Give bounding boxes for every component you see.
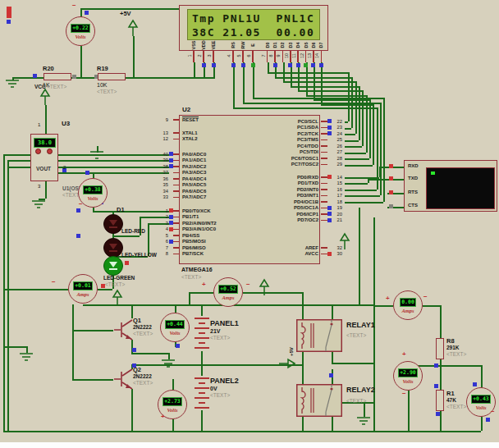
schematic-canvas: +5V VCC <TEXT> +5V +0.22 Volts − R20 1K …	[0, 0, 499, 448]
lcd-line1: Tmp PNL1U PNL1C	[192, 12, 314, 25]
mcu-note: <TEXT>	[181, 274, 201, 280]
terminal-cursor	[431, 171, 435, 175]
meter-unit: Volts	[475, 405, 486, 410]
lcd-pin: D714	[318, 36, 325, 69]
mcu-pin: PC3/TMS25	[182, 137, 343, 144]
sensor-increase-button[interactable]	[47, 149, 53, 154]
lcd-pin: VEE3	[208, 36, 218, 69]
relay1[interactable]	[296, 319, 342, 352]
mcu-pin: PC1/SDA23	[182, 125, 343, 131]
ammeter-relay[interactable]: 0.00 Amps	[393, 290, 423, 320]
meter-display: +0.01	[73, 281, 94, 290]
r20-ref: R20	[43, 65, 54, 72]
r8-note: <TEXT>	[446, 351, 466, 357]
panel2-ref: PANEL2	[210, 377, 239, 385]
polarity-mark: −	[423, 293, 428, 300]
panel1-value: 21V	[210, 328, 220, 334]
transistor-q1[interactable]	[113, 318, 135, 341]
mcu-pin: PC2/TCK24	[182, 130, 343, 137]
temperature-sensor-u3[interactable]: 38.0 VOUT	[30, 134, 58, 181]
led-symbol	[109, 220, 117, 226]
polarity-mark: +	[402, 350, 406, 358]
meter-unit: Amps	[76, 291, 89, 297]
terminal-pin-rts: RTS	[408, 190, 418, 194]
panel2-battery[interactable]	[194, 376, 210, 412]
resistor-r1[interactable]	[436, 390, 444, 411]
ammeter-panel[interactable]: +0.52 Amps	[213, 277, 243, 307]
meter-display: +0.52	[218, 285, 239, 294]
virtual-terminal[interactable]: RXD TXD RTS CTS	[404, 160, 497, 212]
resistor-r20[interactable]	[43, 73, 71, 80]
r19-ref: R19	[97, 65, 108, 72]
led-bar	[109, 250, 117, 252]
voltmeter-q1[interactable]: +0.44 Volts	[160, 313, 190, 342]
led-green-label: LED-GREEN	[103, 275, 135, 281]
led-red[interactable]	[103, 214, 123, 234]
r1-value: 47K	[446, 397, 456, 403]
meter-unit: Amps	[222, 295, 234, 300]
mcu-pin: PC0/SCL22	[182, 118, 343, 125]
meter-unit: Volts	[167, 407, 177, 413]
power-arrow-icon	[259, 279, 269, 295]
terminal-pin-cts: CTS	[408, 203, 418, 208]
power-arrow-icon	[128, 20, 138, 36]
mcu-pin: AVCC30	[182, 251, 343, 258]
meter-unit: Volts	[87, 195, 98, 201]
transistor-q2[interactable]	[113, 368, 135, 391]
led-note: <TEXT>	[105, 281, 125, 287]
relay2-ref: RELAY2	[346, 386, 375, 394]
mcu-pin: PD2/INT016	[182, 186, 343, 193]
mcu-pin: 4PB3/AIN1/OC0	[158, 226, 272, 233]
sensor-decrease-button[interactable]	[35, 149, 41, 154]
r1-note: <TEXT>	[446, 404, 466, 409]
mcu-ref: U2	[182, 106, 190, 113]
u3-pin1: 1	[38, 122, 40, 127]
q1-note: <TEXT>	[133, 331, 153, 336]
ground-icon	[6, 80, 19, 89]
ground-icon	[162, 359, 175, 369]
q1-ref: Q1	[133, 317, 141, 324]
resistor-r19[interactable]	[98, 73, 126, 80]
sensor-display: 38.0	[34, 138, 56, 148]
mcu-pin: PC5/TDI27	[182, 149, 343, 156]
meter-unit: Volts	[169, 330, 180, 336]
r20-value: 1K	[43, 82, 50, 88]
v5-label: +5V	[120, 10, 131, 17]
mcu-pins-portd: PD0/RXD14PD1/TXD15PD2/INT016PD3/INT117PD…	[182, 174, 343, 223]
polarity-mark: +	[386, 295, 390, 302]
lcd-pins-data: D07D18D29D310D411D512D613D714	[263, 36, 325, 69]
voltmeter-contrast[interactable]: +0.22 Volts	[66, 16, 95, 46]
led-yellow[interactable]	[103, 238, 123, 258]
mcu-pins-aref: AREF32AVCC30	[182, 245, 343, 257]
ammeter-led[interactable]: +0.01 Amps	[68, 274, 98, 304]
panel1-battery[interactable]	[194, 316, 210, 352]
r1-ref: R1	[446, 390, 455, 397]
mcu-pin: PC7/TOSC229	[182, 162, 343, 168]
origin-marker	[7, 7, 11, 18]
resistor-r8[interactable]	[436, 338, 444, 359]
mcu-pin: 5PB4/SS	[158, 232, 272, 239]
panel1-note: <TEXT>	[210, 335, 230, 341]
relay2[interactable]	[296, 384, 342, 417]
led-d1-ref: D1	[117, 206, 125, 213]
polarity-mark: −	[402, 390, 406, 397]
u3-pin3: 3	[38, 184, 40, 189]
led-bar	[109, 268, 117, 270]
led-yellow-label: LED-YELLOW	[121, 252, 157, 258]
lcd-pins-power: VSS1VDD2VEE3	[189, 36, 218, 69]
polarity-mark: +	[202, 281, 206, 288]
polarity-mark: −	[72, 2, 76, 9]
q2-part: 2N2222	[133, 373, 152, 379]
mcu-pin: PD3/INT117	[182, 193, 343, 199]
u3-pin2: 2	[63, 165, 66, 170]
led-green[interactable]	[103, 256, 123, 276]
led-red-label: LED-RED	[121, 228, 145, 234]
mcu-pins-portc: PC0/SCL22PC1/SDA23PC2/TCK24PC3/TMS25PC4/…	[182, 118, 343, 167]
meter-display: +0.43	[471, 395, 492, 404]
voltmeter-divider[interactable]: +2.90 Volts	[393, 361, 423, 391]
panel1-ref: PANEL1	[210, 319, 239, 327]
power-arrow-right-icon	[279, 359, 295, 368]
mcu-pin: PD1/TXD15	[182, 181, 343, 187]
lcd-pins-control: RS4RW5E6	[228, 36, 258, 69]
meter-display: +2.90	[398, 368, 419, 377]
